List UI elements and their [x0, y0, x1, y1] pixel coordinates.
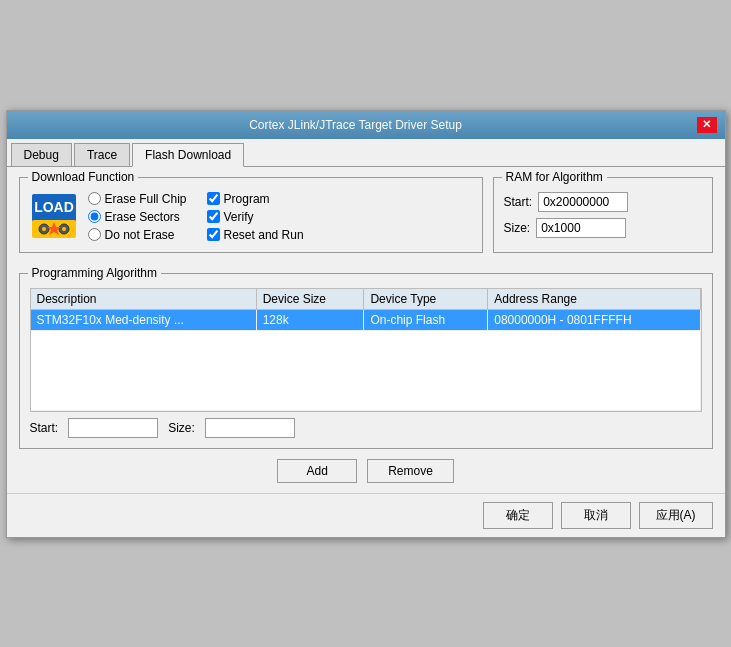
ram-section: Start: Size: — [504, 184, 702, 238]
radio-group: Erase Full Chip Erase Sectors Do not Era… — [88, 192, 187, 242]
pa-size-input[interactable] — [205, 418, 295, 438]
tab-bar: Debug Trace Flash Download — [7, 139, 725, 167]
reset-and-run-label: Reset and Run — [224, 228, 304, 242]
program-label: Program — [224, 192, 270, 206]
pa-content: Description Device Size Device Type Addr… — [30, 280, 702, 438]
erase-sectors-label: Erase Sectors — [105, 210, 180, 224]
cell-description: STM32F10x Med-density ... — [31, 309, 257, 330]
checkbox-verify[interactable]: Verify — [207, 210, 304, 224]
verify-label: Verify — [224, 210, 254, 224]
pa-table-body: STM32F10x Med-density ... 128k On-chip F… — [31, 309, 701, 410]
ram-start-label: Start: — [504, 195, 533, 209]
tab-debug[interactable]: Debug — [11, 143, 72, 166]
pa-start-input[interactable] — [68, 418, 158, 438]
tab-trace[interactable]: Trace — [74, 143, 130, 166]
close-button[interactable]: ✕ — [697, 117, 717, 133]
download-function-title: Download Function — [28, 170, 139, 184]
pa-start-label: Start: — [30, 421, 59, 435]
ok-button[interactable]: 确定 — [483, 502, 553, 529]
bottom-button-row: 确定 取消 应用(A) — [7, 493, 725, 537]
radio-erase-sectors[interactable]: Erase Sectors — [88, 210, 187, 224]
col-description: Description — [31, 289, 257, 310]
download-function-content: LOAD — [30, 184, 472, 242]
checkbox-program[interactable]: Program — [207, 192, 304, 206]
ram-start-field: Start: — [504, 192, 702, 212]
programming-algorithm-group: Programming Algorithm Description Device… — [19, 273, 713, 449]
col-device-size: Device Size — [256, 289, 364, 310]
cancel-button[interactable]: 取消 — [561, 502, 631, 529]
title-bar: Cortex JLink/JTrace Target Driver Setup … — [7, 111, 725, 139]
cell-device-size: 128k — [256, 309, 364, 330]
pa-start-size-row: Start: Size: — [30, 418, 702, 438]
cell-address-range: 08000000H - 0801FFFFH — [488, 309, 700, 330]
do-not-erase-label: Do not Erase — [105, 228, 175, 242]
load-icon: LOAD — [30, 192, 78, 240]
top-groups-row: Download Function LOAD — [19, 177, 713, 263]
remove-button[interactable]: Remove — [367, 459, 454, 483]
pa-size-label: Size: — [168, 421, 195, 435]
svg-text:LOAD: LOAD — [34, 199, 74, 215]
checkbox-reset-and-run[interactable]: Reset and Run — [207, 228, 304, 242]
erase-full-chip-label: Erase Full Chip — [105, 192, 187, 206]
cell-device-type: On-chip Flash — [364, 309, 488, 330]
ram-size-field: Size: — [504, 218, 702, 238]
apply-button[interactable]: 应用(A) — [639, 502, 713, 529]
main-content: Download Function LOAD — [7, 167, 725, 493]
ram-for-algorithm-group: RAM for Algorithm Start: Size: — [493, 177, 713, 253]
svg-point-4 — [42, 227, 46, 231]
programming-algorithm-title: Programming Algorithm — [28, 266, 161, 280]
pa-table-header: Description Device Size Device Type Addr… — [31, 289, 701, 310]
window-title: Cortex JLink/JTrace Target Driver Setup — [15, 118, 697, 132]
ram-for-algorithm-title: RAM for Algorithm — [502, 170, 607, 184]
ram-size-input[interactable] — [536, 218, 626, 238]
add-button[interactable]: Add — [277, 459, 357, 483]
pa-table-wrapper: Description Device Size Device Type Addr… — [30, 288, 702, 412]
col-address-range: Address Range — [488, 289, 700, 310]
download-function-group: Download Function LOAD — [19, 177, 483, 253]
radio-do-not-erase[interactable]: Do not Erase — [88, 228, 187, 242]
pa-table: Description Device Size Device Type Addr… — [31, 289, 701, 411]
main-window: Cortex JLink/JTrace Target Driver Setup … — [6, 110, 726, 538]
empty-row — [31, 330, 701, 410]
tab-flash-download[interactable]: Flash Download — [132, 143, 244, 167]
radio-erase-full-chip[interactable]: Erase Full Chip — [88, 192, 187, 206]
svg-point-6 — [62, 227, 66, 231]
pa-header-row: Description Device Size Device Type Addr… — [31, 289, 701, 310]
add-remove-button-row: Add Remove — [19, 459, 713, 483]
ram-size-label: Size: — [504, 221, 531, 235]
table-row[interactable]: STM32F10x Med-density ... 128k On-chip F… — [31, 309, 701, 330]
ram-start-input[interactable] — [538, 192, 628, 212]
checkbox-group: Program Verify Reset and Run — [207, 192, 304, 242]
col-device-type: Device Type — [364, 289, 488, 310]
